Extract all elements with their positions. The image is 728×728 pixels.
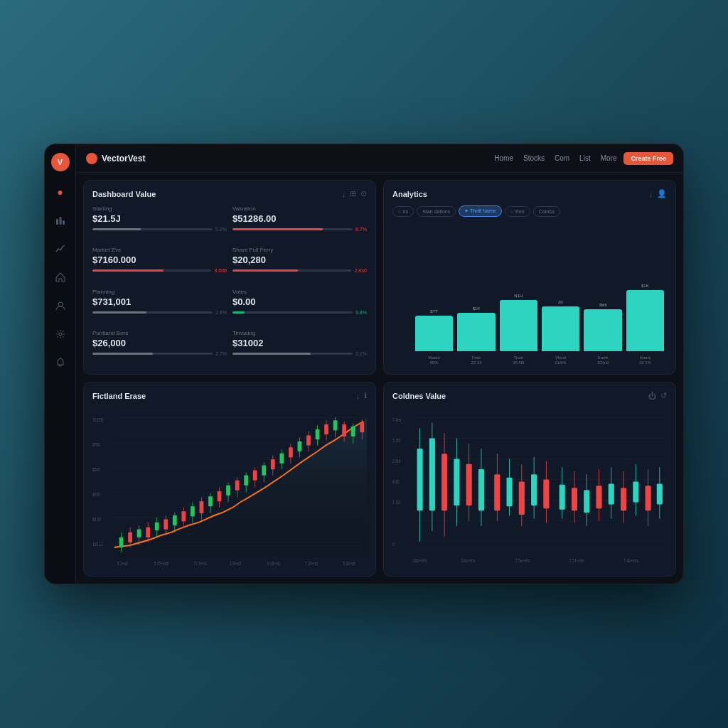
svg-point-3 xyxy=(58,302,63,306)
metric-item: Starting $21.5J 5.2% xyxy=(92,205,227,241)
bar-bottom-label: Hoani19 1% xyxy=(639,355,651,365)
metric-bar-bg xyxy=(92,269,211,272)
svg-rect-102 xyxy=(506,478,512,507)
nav-list[interactable]: List xyxy=(579,154,591,162)
svg-rect-34 xyxy=(218,491,222,501)
coldnes-refresh-icon[interactable]: ↺ xyxy=(660,391,667,400)
coldnes-svg: 7 4ne 5 2t0 2 0t0 4.00 1 1t0 0 S8b+nhs S… xyxy=(392,407,667,567)
svg-text:$500: $500 xyxy=(92,467,100,472)
dashboard-value-panel: Dashboard Value ↓ ⊞ ⊙ Starting $21.5J 5.… xyxy=(83,180,376,375)
svg-rect-20 xyxy=(155,523,159,530)
metric-bar-fill xyxy=(232,353,311,355)
fictland-info-icon[interactable]: ℹ xyxy=(364,391,367,400)
coldnes-value-panel: Coldnes Value ⏻ ↺ xyxy=(383,382,676,577)
svg-rect-58 xyxy=(324,424,328,434)
svg-text:4.00: 4.00 xyxy=(392,478,400,484)
analytics-bars-container: $TT Waste50% $1K Fear22.15 N1H Trust35 N… xyxy=(392,223,667,365)
svg-rect-44 xyxy=(262,466,266,476)
bar-group: 3M6 Earth1O(n0 xyxy=(584,303,621,365)
svg-rect-12 xyxy=(119,537,124,547)
share-icon[interactable]: ⊙ xyxy=(360,189,367,198)
metric-item: Votes $0.00 3.8% xyxy=(232,289,367,324)
svg-rect-96 xyxy=(466,464,472,505)
analytics-tab[interactable]: ○ Yore xyxy=(505,206,530,217)
sidebar-icon-home[interactable] xyxy=(53,269,68,285)
dashboard-value-title: Dashboard Value xyxy=(92,190,342,198)
svg-rect-124 xyxy=(646,486,651,510)
bar-bottom-label: Fear22.15 xyxy=(471,355,481,365)
nav-stocks[interactable]: Stocks xyxy=(523,154,545,162)
sidebar-icon-settings[interactable] xyxy=(53,326,68,342)
fictland-download-icon[interactable]: ↓ xyxy=(356,392,360,400)
bar-bottom-label: VhostCk9% xyxy=(555,355,567,365)
bar-top-label: $TT xyxy=(430,309,438,314)
analytics-panel: Analytics ↓ 👤 ○ IroStan dations✦ Thrift … xyxy=(383,180,676,375)
download-icon[interactable]: ↓ xyxy=(342,190,346,198)
metric-bar-container: 2.810 xyxy=(232,268,367,273)
sidebar-icon-dashboard[interactable]: ● xyxy=(53,184,68,200)
analytics-download-icon[interactable]: ↓ xyxy=(649,190,653,198)
svg-rect-88 xyxy=(417,449,423,510)
svg-rect-30 xyxy=(200,501,204,513)
sidebar-logo: V xyxy=(51,153,70,171)
bar-top-label: $1K xyxy=(473,306,481,311)
bar-top-label: 2K xyxy=(558,300,563,304)
svg-rect-14 xyxy=(128,532,132,542)
fictland-actions: ↓ ℹ xyxy=(356,391,368,400)
nav-more[interactable]: More xyxy=(601,154,617,162)
analytics-tab[interactable]: ✦ Thrift Name xyxy=(459,205,501,217)
svg-rect-28 xyxy=(191,506,195,516)
bar-rect xyxy=(415,316,453,351)
svg-rect-110 xyxy=(560,485,565,510)
sidebar-icon-notification[interactable] xyxy=(53,355,68,370)
metrics-grid: Starting $21.5J 5.2% Valuation $51286.00… xyxy=(92,205,367,365)
nav-home[interactable]: Home xyxy=(494,154,513,162)
nav-com[interactable]: Com xyxy=(555,154,569,162)
create-free-button[interactable]: Create Free xyxy=(623,152,673,165)
svg-rect-92 xyxy=(441,454,447,510)
bar-bottom-label: Trust35 N0 xyxy=(513,355,524,365)
coldnes-power-icon[interactable]: ⏻ xyxy=(648,392,656,400)
analytics-tab[interactable]: Stan dations xyxy=(417,206,456,217)
svg-rect-26 xyxy=(181,511,186,521)
copy-icon[interactable]: ⊞ xyxy=(350,189,356,198)
sidebar-icon-chart[interactable] xyxy=(53,213,68,228)
metric-bar-container: 3.1% xyxy=(232,351,367,356)
analytics-user-icon[interactable]: 👤 xyxy=(657,189,667,198)
bar-group: 2K VhostCk9% xyxy=(542,300,579,365)
metric-bar-bg xyxy=(232,228,353,230)
fictland-header: Fictland Erase ↓ ℹ xyxy=(92,391,367,400)
svg-rect-2 xyxy=(63,220,65,225)
metric-stat: 2.9% xyxy=(215,310,227,315)
metric-bar-fill xyxy=(232,269,298,272)
nav-links: Home Stocks Com List More xyxy=(494,154,616,162)
metric-bar-container: 2.9% xyxy=(92,310,227,315)
svg-text:71 6+nd: 71 6+nd xyxy=(194,561,207,566)
svg-rect-16 xyxy=(137,530,141,537)
metric-label: Votes xyxy=(232,289,367,295)
svg-rect-56 xyxy=(316,429,320,439)
bar-rect xyxy=(500,300,537,351)
topnav: VectorVest Home Stocks Com List More Cre… xyxy=(76,144,683,173)
analytics-actions: ↓ 👤 xyxy=(649,189,668,198)
metric-bar-bg xyxy=(92,228,213,230)
bar-top-label: $1K xyxy=(641,284,649,288)
metric-value: $26,000 xyxy=(92,338,227,348)
metric-bar-bg xyxy=(92,311,213,314)
svg-text:7 4ne: 7 4ne xyxy=(392,417,402,422)
analytics-tab[interactable]: ○ Iro xyxy=(392,206,414,217)
svg-rect-126 xyxy=(657,483,663,504)
sidebar-icon-user[interactable] xyxy=(53,298,68,314)
sidebar-icon-trend[interactable] xyxy=(53,241,68,257)
fictland-erase-panel: Fictland Erase ↓ ℹ xyxy=(83,382,376,577)
svg-rect-38 xyxy=(235,481,240,491)
metric-bar-fill xyxy=(92,353,153,355)
svg-text:5 30+nd: 5 30+nd xyxy=(343,561,355,566)
svg-rect-62 xyxy=(342,424,346,437)
analytics-tab[interactable]: Combs xyxy=(533,206,560,217)
svg-text:7 20+nd: 7 20+nd xyxy=(305,561,318,566)
metric-stat: 3.8% xyxy=(355,310,367,315)
svg-rect-120 xyxy=(621,488,626,510)
coldnes-title: Coldnes Value xyxy=(392,392,648,400)
brand: VectorVest xyxy=(86,153,145,164)
